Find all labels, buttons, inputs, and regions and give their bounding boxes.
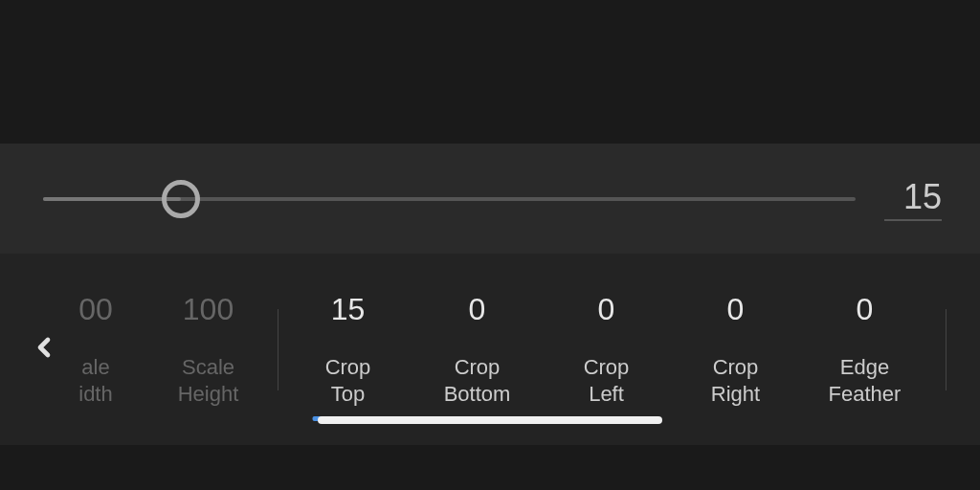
chevron-left-icon [29, 332, 59, 363]
slider-track-container[interactable] [43, 180, 856, 218]
param-crop-right[interactable]: 0 CropRight [671, 254, 800, 445]
param-value: 00 [78, 292, 113, 327]
param-value: 100 [183, 292, 234, 327]
param-value: 15 [331, 292, 366, 327]
param-label: aleidth [78, 354, 112, 407]
param-label: CropTop [325, 354, 371, 407]
slider-value-display[interactable]: 15 [884, 177, 942, 221]
param-value: 0 [727, 292, 745, 327]
preview-area [0, 0, 980, 144]
param-label: ScaleHeight [178, 354, 239, 407]
slider-section: 15 [0, 144, 980, 254]
param-label: CropLeft [584, 354, 630, 407]
param-label: EdgeFeather [829, 354, 902, 407]
param-value: 0 [598, 292, 615, 327]
param-label: CropRight [711, 354, 760, 407]
divider [946, 309, 947, 390]
back-arrow[interactable] [29, 332, 59, 367]
parameters-section: 00 aleidth 100 ScaleHeight 15 CropTop 0 … [0, 254, 980, 445]
slider-track-filled [43, 197, 181, 201]
slider-handle[interactable] [162, 180, 200, 218]
param-label: CropBottom [444, 354, 511, 407]
param-scale-width[interactable]: 00 aleidth [77, 254, 144, 445]
divider [278, 309, 278, 390]
param-value: 0 [469, 292, 486, 327]
scroll-indicator[interactable] [318, 416, 662, 424]
param-edge-feather[interactable]: 0 EdgeFeather [800, 254, 929, 445]
param-value: 0 [857, 292, 874, 327]
param-scale-height[interactable]: 100 ScaleHeight [144, 254, 273, 445]
